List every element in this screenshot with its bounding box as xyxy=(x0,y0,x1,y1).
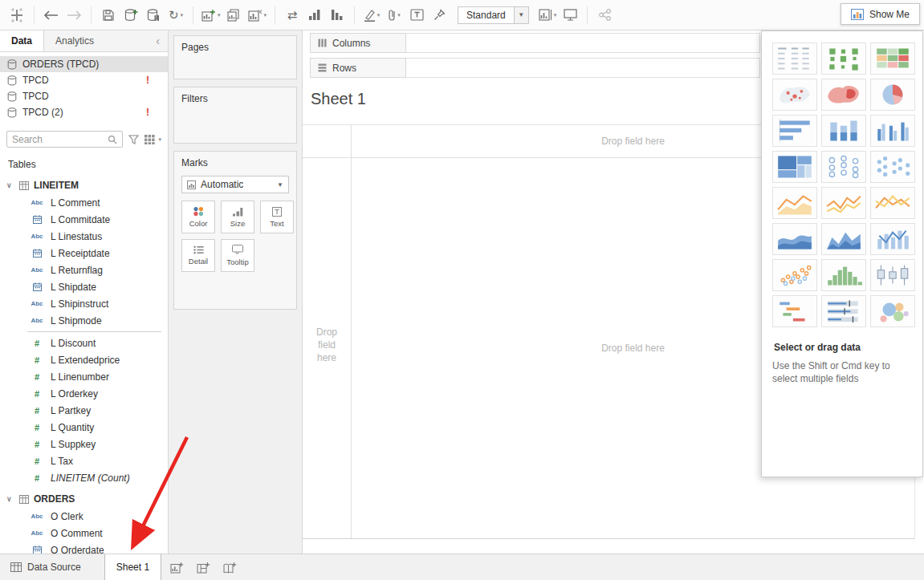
show-me-highlight-table[interactable] xyxy=(870,43,915,75)
show-me-scatter-plot[interactable] xyxy=(772,259,817,291)
mark-color-button[interactable]: Color xyxy=(181,201,215,233)
field-item[interactable]: O Orderdate xyxy=(0,541,168,554)
show-me-filled-map[interactable] xyxy=(821,79,866,111)
swap-rows-columns-button[interactable]: ⇄ xyxy=(282,5,303,26)
show-me-circle-views[interactable] xyxy=(821,151,866,183)
show-me-dual-combination[interactable] xyxy=(870,223,915,255)
field-item[interactable]: AbcL Linestatus xyxy=(0,228,168,245)
show-me-histogram[interactable] xyxy=(821,259,866,291)
field-item[interactable]: L Commitdate xyxy=(0,211,168,228)
show-me-area-discrete[interactable] xyxy=(821,223,866,255)
tab-analytics[interactable]: Analytics xyxy=(44,30,105,51)
filters-card[interactable]: Filters xyxy=(173,87,297,144)
field-label: L Linestatus xyxy=(51,231,102,242)
sort-ascending-button[interactable] xyxy=(304,5,325,26)
run-auto-updates-button[interactable]: ↻▾ xyxy=(165,5,186,26)
field-item[interactable]: AbcL Returnflag xyxy=(0,262,168,278)
field-item[interactable]: #L Discount xyxy=(0,335,168,351)
show-me-side-by-side-bars[interactable] xyxy=(870,115,915,147)
show-me-lines-discrete[interactable] xyxy=(821,187,866,219)
show-me-bullet-graph[interactable] xyxy=(821,295,866,327)
field-item[interactable]: #L Orderkey xyxy=(0,385,168,402)
new-data-source-button[interactable] xyxy=(120,5,141,26)
field-item[interactable]: L Shipdate xyxy=(0,278,168,295)
new-dashboard-tab-button[interactable] xyxy=(192,554,214,580)
collapse-pane-icon[interactable]: ‹ xyxy=(148,30,168,51)
tables-header: Tables xyxy=(0,151,168,172)
group-members-button[interactable]: ▾ xyxy=(384,5,405,26)
mark-text-button[interactable]: Text xyxy=(260,201,294,233)
search-box[interactable] xyxy=(6,131,123,148)
show-me-gantt[interactable] xyxy=(772,295,817,327)
fit-selector[interactable]: Standard ▼ xyxy=(458,6,529,24)
rows-shelf-area[interactable] xyxy=(406,58,760,78)
duplicate-button[interactable] xyxy=(224,5,245,26)
show-mark-labels-button[interactable] xyxy=(406,5,427,26)
field-item[interactable]: AbcO Clerk xyxy=(0,508,168,525)
sort-descending-button[interactable] xyxy=(327,5,348,26)
search-input[interactable] xyxy=(12,134,104,145)
redo-button[interactable] xyxy=(63,5,84,26)
show-me-area-continuous[interactable] xyxy=(772,223,817,255)
mark-detail-button[interactable]: Detail xyxy=(181,239,215,272)
share-button[interactable] xyxy=(594,5,615,26)
data-source-item[interactable]: TPCD xyxy=(0,88,168,104)
data-source-item[interactable]: TPCD! xyxy=(0,72,168,88)
pane-tabs: Data Analytics ‹ xyxy=(0,30,168,52)
show-me-packed-bubbles[interactable] xyxy=(870,295,915,327)
show-me-box-and-whisker[interactable] xyxy=(870,259,915,291)
presentation-mode-button[interactable] xyxy=(560,5,580,26)
new-worksheet-button[interactable]: ▾ xyxy=(200,5,222,26)
new-worksheet-tab-button[interactable] xyxy=(165,554,188,580)
marks-card-label: Marks xyxy=(181,157,289,168)
show-me-horizontal-bars[interactable] xyxy=(772,115,817,147)
show-me-button[interactable]: Show Me xyxy=(841,3,920,25)
marks-card: Marks Automatic ▼ ColorSizeTextDetailToo… xyxy=(173,151,297,310)
table-header[interactable]: ∨LINEITEM xyxy=(0,176,168,194)
drop-zone-rows[interactable]: Drop field here xyxy=(303,326,351,364)
field-item[interactable]: #L Quantity xyxy=(0,419,168,436)
sheet-tab[interactable]: Sheet 1 xyxy=(104,554,161,580)
table-header[interactable]: ∨ORDERS xyxy=(0,490,168,508)
rows-icon xyxy=(318,63,327,72)
show-me-treemap[interactable] xyxy=(772,151,817,183)
pages-card[interactable]: Pages xyxy=(173,35,297,79)
field-item[interactable]: AbcL Shipmode xyxy=(0,312,168,329)
show-me-heat-map[interactable] xyxy=(821,43,866,75)
show-me-pie-chart[interactable] xyxy=(870,79,915,111)
mark-tooltip-button[interactable]: Tooltip xyxy=(221,239,254,272)
show-me-dual-lines[interactable] xyxy=(870,187,915,219)
field-item[interactable]: #L Partkey xyxy=(0,402,168,419)
view-options-icon[interactable]: ▾ xyxy=(145,135,161,144)
field-item[interactable]: #L Suppkey xyxy=(0,436,168,452)
show-hide-cards-button[interactable]: ▾ xyxy=(537,5,559,26)
save-button[interactable] xyxy=(98,5,119,26)
show-me-stacked-bars[interactable] xyxy=(821,115,866,147)
highlight-button[interactable]: ▾ xyxy=(361,5,382,26)
field-item[interactable]: #L Tax xyxy=(0,452,168,469)
field-item[interactable]: #L Linenumber xyxy=(0,368,168,385)
filter-fields-icon[interactable] xyxy=(128,135,139,144)
field-item[interactable]: L Receiptdate xyxy=(0,245,168,262)
field-item[interactable]: #L Extendedprice xyxy=(0,351,168,368)
undo-button[interactable] xyxy=(41,5,62,26)
field-item[interactable]: AbcL Shipinstruct xyxy=(0,295,168,312)
show-me-symbol-map[interactable] xyxy=(772,79,817,111)
clear-sheet-button[interactable]: ▾ xyxy=(246,5,269,26)
field-item[interactable]: AbcO Comment xyxy=(0,525,168,541)
fix-axes-button[interactable] xyxy=(429,5,450,26)
tab-data[interactable]: Data xyxy=(0,30,44,51)
data-source-item[interactable]: ORDERS (TPCD) xyxy=(0,56,168,72)
data-source-tab[interactable]: Data Source xyxy=(0,554,92,580)
show-me-lines-continuous[interactable] xyxy=(772,187,817,219)
data-source-item[interactable]: TPCD (2)! xyxy=(0,104,168,120)
show-me-text-table[interactable] xyxy=(772,43,817,75)
mark-type-dropdown[interactable]: Automatic ▼ xyxy=(181,176,289,193)
new-story-tab-button[interactable] xyxy=(218,554,241,580)
field-item[interactable]: #LINEITEM (Count) xyxy=(0,469,168,486)
field-item[interactable]: AbcL Comment xyxy=(0,194,168,211)
mark-size-button[interactable]: Size xyxy=(221,201,254,233)
columns-shelf-area[interactable] xyxy=(406,33,760,53)
pause-auto-updates-button[interactable] xyxy=(143,5,164,26)
show-me-side-by-side-circles[interactable] xyxy=(870,151,915,183)
